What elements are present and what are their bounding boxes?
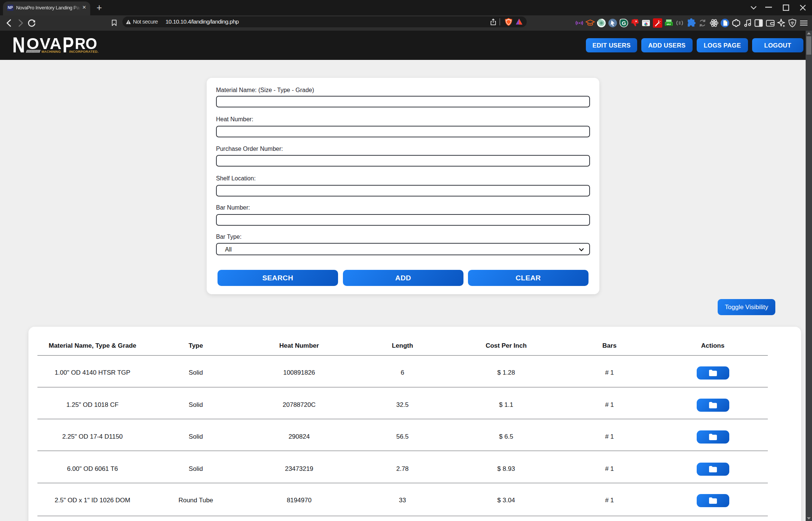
svg-text:G: G bbox=[622, 20, 626, 26]
svg-text:EPLT: EPLT bbox=[667, 24, 671, 25]
